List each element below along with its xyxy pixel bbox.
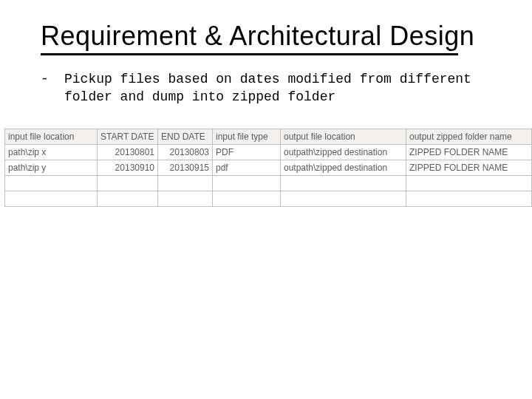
cell bbox=[98, 175, 158, 191]
col-input-type: input file type bbox=[213, 129, 281, 144]
cell bbox=[406, 175, 532, 191]
col-output-location: output file location bbox=[281, 129, 406, 144]
col-end-date: END DATE bbox=[158, 129, 213, 144]
cell bbox=[281, 191, 406, 206]
cell: ZIPPED FOLDER NAME bbox=[406, 160, 532, 175]
table-row: path\zip y 20130910 20130915 pdf outpath… bbox=[5, 160, 532, 175]
cell: path\zip y bbox=[5, 160, 98, 175]
cell bbox=[158, 175, 213, 191]
cell bbox=[281, 175, 406, 191]
bullet-marker: - bbox=[41, 70, 64, 88]
cell bbox=[158, 191, 213, 206]
col-input-location: input file location bbox=[5, 129, 98, 144]
cell: path\zip x bbox=[5, 144, 98, 160]
cell: 20130801 bbox=[98, 144, 158, 160]
cell: 20130910 bbox=[98, 160, 158, 175]
cell bbox=[98, 191, 158, 206]
cell bbox=[5, 191, 98, 206]
cell: outpath\zipped destination bbox=[281, 144, 406, 160]
cell: outpath\zipped destination bbox=[281, 160, 406, 175]
bullet-text: Pickup files based on dates modified fro… bbox=[64, 70, 502, 106]
cell: 20130803 bbox=[158, 144, 213, 160]
cell: pdf bbox=[213, 160, 281, 175]
cell: 20130915 bbox=[158, 160, 213, 175]
col-output-zip-name: output zipped folder name bbox=[406, 129, 532, 144]
table-row bbox=[5, 175, 532, 191]
cell bbox=[406, 191, 532, 206]
cell: PDF bbox=[213, 144, 281, 160]
spreadsheet-table: input file location START DATE END DATE … bbox=[4, 129, 532, 207]
cell bbox=[213, 175, 281, 191]
col-start-date: START DATE bbox=[98, 129, 158, 144]
slide-title: Requirement & Architectural Design bbox=[41, 21, 502, 52]
spreadsheet-table-wrap: input file location START DATE END DATE … bbox=[0, 129, 532, 207]
bullet-item: - Pickup files based on dates modified f… bbox=[41, 70, 502, 106]
table-row: path\zip x 20130801 20130803 PDF outpath… bbox=[5, 144, 532, 160]
cell bbox=[5, 175, 98, 191]
cell bbox=[213, 191, 281, 206]
table-header-row: input file location START DATE END DATE … bbox=[5, 129, 532, 144]
title-underline bbox=[41, 53, 458, 55]
table-row bbox=[5, 191, 532, 206]
cell: ZIPPED FOLDER NAME bbox=[406, 144, 532, 160]
